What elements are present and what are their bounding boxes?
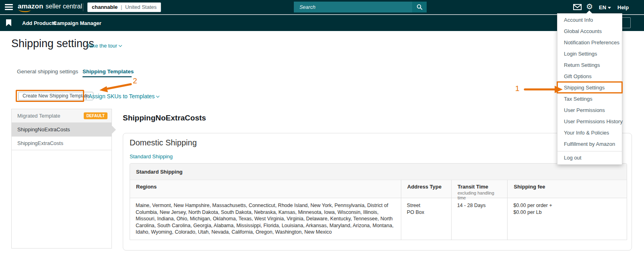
take-the-tour-label: Take the tour [87, 43, 117, 49]
annotation-step-1: 1 [510, 82, 564, 97]
nav-item-add-products[interactable]: Add Products [22, 20, 56, 26]
column-header-regions: Regions [130, 180, 401, 198]
fee-per-order: $0.00 per order + [513, 202, 621, 209]
menu-item-global-accounts[interactable]: Global Accounts [557, 26, 622, 37]
active-tab-underline [83, 76, 132, 77]
global-search [294, 2, 427, 12]
menu-item-gift-options[interactable]: Gift Options [557, 71, 622, 82]
amazon-seller-central-logo[interactable]: amazonseller central [18, 2, 82, 10]
secondary-navigation-bar: Add Products Campaign Manager [0, 15, 644, 31]
bookmark-icon[interactable] [6, 19, 11, 28]
shipping-templates-list: Migrated Template DEFAULT ShippingNoExtr… [11, 109, 112, 249]
template-list-item-shippingextracosts[interactable]: ShippingExtraCosts [12, 137, 111, 150]
standard-shipping-link[interactable]: Standard Shipping [130, 153, 173, 160]
column-header-transit-time: Transit Time excluding handling time [451, 180, 508, 198]
template-name: Migrated Template [17, 113, 60, 119]
assign-skus-label: Assign SKUs to Templates [89, 93, 155, 99]
top-navigation-bar: amazonseller central channable | United … [0, 0, 644, 15]
language-code: EN [599, 4, 606, 10]
search-input[interactable] [294, 2, 412, 12]
selected-item-arrow [111, 125, 116, 134]
assign-skus-to-templates-link[interactable]: Assign SKUs to Templates [89, 93, 159, 99]
tab-general-shipping-settings[interactable]: General shipping settings [17, 68, 78, 75]
assign-separator: | [85, 93, 87, 99]
amazon-smile-icon [19, 9, 31, 12]
address-type-pobox: PO Box [407, 209, 446, 216]
account-marketplace-switcher[interactable]: channable | United States [87, 2, 161, 12]
menu-item-your-info-policies[interactable]: Your Info & Policies [557, 127, 622, 139]
marketplace-name: United States [125, 4, 157, 10]
chevron-down-icon [156, 94, 159, 97]
default-badge: DEFAULT [84, 112, 107, 119]
cell-transit-time: 14 - 28 Days [451, 198, 508, 240]
menu-item-notification-preferences[interactable]: Notification Preferences [557, 37, 622, 48]
take-the-tour-link[interactable]: Take the tour [87, 43, 122, 49]
menu-item-return-settings[interactable]: Return Settings [557, 60, 622, 71]
arrow-right-icon [510, 82, 564, 97]
account-name: channable [92, 4, 118, 10]
cell-shipping-fee: $0.00 per order + $0.00 per Lb [507, 198, 627, 240]
create-new-shipping-template-button[interactable]: Create New Shipping Template [18, 92, 93, 100]
menu-item-user-permissions[interactable]: User Permissions [557, 105, 622, 116]
bookmark-glyph [6, 19, 11, 26]
settings-dropdown-menu: Account Info Global Accounts Notificatio… [557, 13, 622, 165]
template-list-item-shippingnoextracosts[interactable]: ShippingNoExtraCosts [12, 123, 111, 137]
tab-shipping-templates[interactable]: Shipping Templates [83, 68, 134, 75]
nav-item-campaign-manager[interactable]: Campaign Manager [53, 20, 101, 26]
logo-divider [83, 3, 83, 11]
menu-item-log-out[interactable]: Log out [557, 151, 622, 164]
standard-shipping-table: Standard Shipping Regions Address Type T… [130, 163, 627, 240]
template-list-item-migrated[interactable]: Migrated Template DEFAULT [12, 109, 111, 123]
account-separator: | [121, 4, 122, 10]
column-header-address-type: Address Type [401, 180, 451, 198]
menu-item-account-info[interactable]: Account Info [557, 15, 622, 26]
annotation-step-2-label: 2 [133, 77, 137, 85]
transit-time-label: Transit Time [458, 184, 488, 190]
language-selector[interactable]: EN [599, 4, 611, 10]
menu-item-shipping-settings[interactable]: Shipping Settings [557, 82, 622, 93]
annotation-step-1-label: 1 [515, 84, 520, 93]
selected-template-title: ShippingNoExtraCosts [123, 114, 206, 122]
search-icon [417, 4, 423, 10]
dropdown-caret [586, 10, 592, 14]
help-link[interactable]: Help [617, 4, 629, 10]
search-button[interactable] [412, 2, 427, 12]
seller-central-logo-text: seller central [45, 3, 82, 10]
chevron-down-icon [119, 44, 122, 47]
assign-skus-row: |Assign SKUs to Templates [85, 93, 159, 99]
menu-item-user-permissions-history[interactable]: User Permissions History [557, 116, 622, 127]
menu-item-fulfillment-by-amazon[interactable]: Fulfillment by Amazon [557, 139, 622, 150]
table-data-row: Maine, Vermont, New Hampshire, Massachus… [130, 198, 627, 240]
template-name: ShippingExtraCosts [17, 140, 63, 146]
table-title: Standard Shipping [130, 164, 627, 180]
cell-address-type: Street PO Box [401, 198, 451, 240]
domestic-shipping-heading: Domestic Shipping [130, 138, 197, 147]
domestic-shipping-card: Domestic Shipping Standard Shipping Stan… [123, 133, 632, 251]
column-header-shipping-fee: Shipping fee [507, 180, 627, 198]
address-type-street: Street [407, 202, 446, 209]
menu-item-tax-settings[interactable]: Tax Settings [557, 93, 622, 105]
template-name: ShippingNoExtraCosts [17, 126, 70, 133]
menu-item-login-settings[interactable]: Login Settings [557, 48, 622, 60]
settings-gear-icon[interactable]: ⚙ [586, 3, 593, 10]
page-title: Shipping settings [11, 37, 94, 50]
messages-icon[interactable] [573, 4, 582, 12]
caret-down-icon [608, 7, 611, 9]
hamburger-menu-icon[interactable] [5, 4, 13, 10]
cell-regions: Maine, Vermont, New Hampshire, Massachus… [130, 198, 401, 240]
table-header-row: Regions Address Type Transit Time exclud… [130, 180, 627, 198]
fee-per-lb: $0.00 per Lb [513, 209, 621, 216]
envelope-icon [573, 4, 582, 10]
